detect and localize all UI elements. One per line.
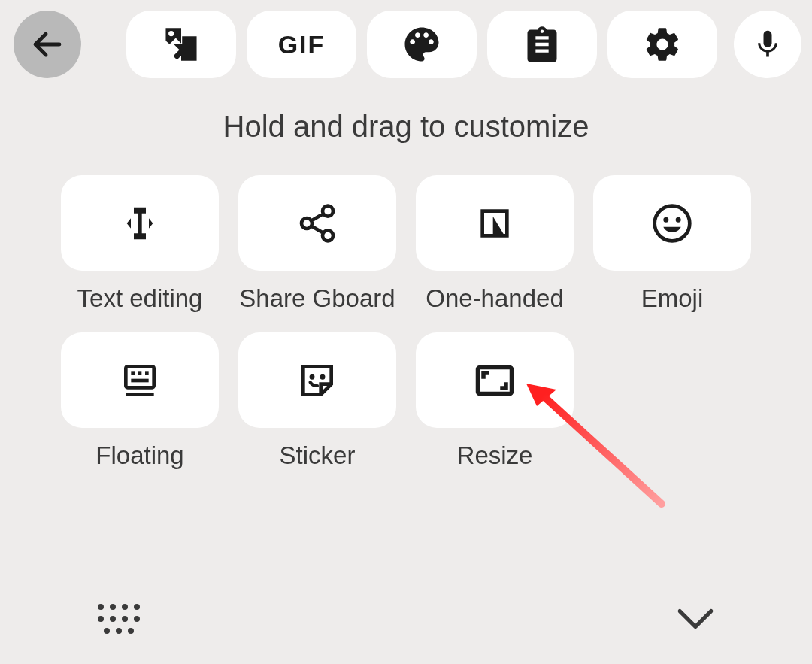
tile-label: Share Gboard <box>239 284 395 313</box>
svg-point-19 <box>134 616 140 622</box>
share-icon <box>296 202 338 244</box>
tile-floating[interactable]: Floating <box>61 332 219 470</box>
svg-rect-5 <box>138 371 142 375</box>
tile-card <box>61 332 219 428</box>
gif-button[interactable]: GIF <box>247 11 356 78</box>
one-handed-icon <box>474 202 516 244</box>
translate-icon <box>159 23 203 66</box>
tile-label: One-handed <box>426 284 563 313</box>
tile-label: Emoji <box>641 284 704 313</box>
palette-icon <box>401 24 442 65</box>
floating-keyboard-icon <box>119 359 161 402</box>
heading: Hold and drag to customize <box>0 110 812 144</box>
gif-label: GIF <box>278 30 326 59</box>
toolbar: GIF <box>0 0 812 89</box>
keyboard-dots-icon <box>98 604 140 634</box>
settings-button[interactable] <box>607 11 717 78</box>
mic-icon <box>751 28 784 61</box>
tile-card <box>416 175 574 271</box>
sticker-icon <box>296 359 338 402</box>
text-editing-icon <box>116 199 164 247</box>
tile-sticker[interactable]: Sticker <box>238 332 396 470</box>
tile-one-handed[interactable]: One-handed <box>416 175 574 313</box>
svg-rect-4 <box>131 371 135 375</box>
svg-point-15 <box>134 604 140 610</box>
svg-rect-6 <box>145 371 149 375</box>
tile-text-editing[interactable]: Text editing <box>61 175 219 313</box>
svg-point-20 <box>104 628 110 634</box>
emoji-icon <box>651 202 693 244</box>
collapse-button[interactable] <box>677 608 714 630</box>
svg-point-0 <box>655 205 690 241</box>
svg-rect-8 <box>126 393 153 396</box>
back-arrow-icon <box>29 26 65 62</box>
tile-grid: Text editing Share Gboard One-handed Emo… <box>0 175 812 470</box>
theme-button[interactable] <box>367 11 477 78</box>
svg-point-10 <box>320 374 326 379</box>
svg-point-13 <box>110 604 116 610</box>
tile-emoji[interactable]: Emoji <box>593 175 751 313</box>
tile-card <box>416 332 574 428</box>
mic-button[interactable] <box>734 11 801 78</box>
keyboard-toggle-button[interactable] <box>98 604 140 634</box>
svg-point-17 <box>110 616 116 622</box>
tile-card <box>238 332 396 428</box>
svg-point-22 <box>128 628 134 634</box>
tile-resize[interactable]: Resize <box>416 332 574 470</box>
gear-icon <box>643 25 682 64</box>
translate-button[interactable] <box>126 11 236 78</box>
clipboard-button[interactable] <box>487 11 597 78</box>
svg-rect-3 <box>126 366 153 387</box>
tile-card <box>593 175 751 271</box>
tile-card <box>61 175 219 271</box>
svg-point-14 <box>122 604 128 610</box>
bottom-bar <box>0 574 812 664</box>
back-button[interactable] <box>14 11 81 78</box>
tile-share-gboard[interactable]: Share Gboard <box>238 175 396 313</box>
svg-point-16 <box>98 616 104 622</box>
clipboard-icon <box>523 25 562 64</box>
tile-label: Resize <box>457 441 533 470</box>
svg-point-21 <box>116 628 122 634</box>
svg-point-18 <box>122 616 128 622</box>
resize-icon <box>472 358 517 403</box>
svg-point-9 <box>310 374 315 379</box>
tile-label: Floating <box>95 441 183 470</box>
svg-rect-7 <box>131 378 148 382</box>
tile-card <box>238 175 396 271</box>
tile-label: Text editing <box>77 284 203 313</box>
tile-label: Sticker <box>280 441 356 470</box>
svg-point-12 <box>98 604 104 610</box>
svg-point-1 <box>663 217 668 222</box>
svg-point-2 <box>676 217 681 222</box>
chevron-down-icon <box>677 608 714 630</box>
